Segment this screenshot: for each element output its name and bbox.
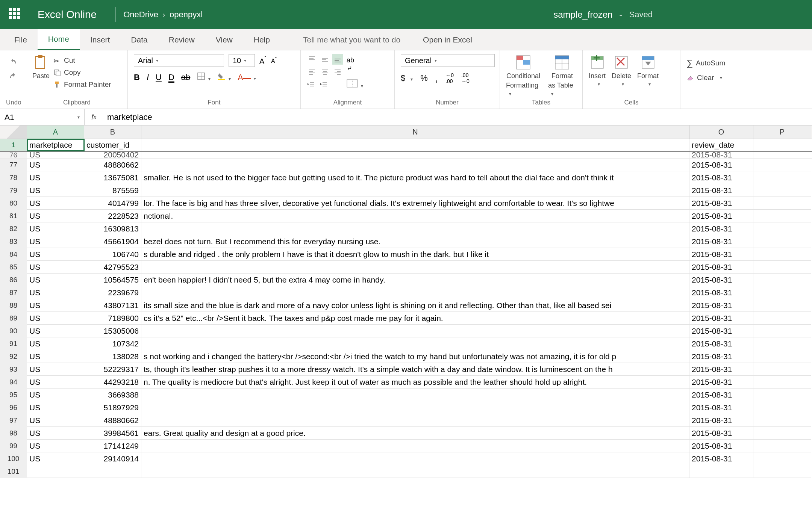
cell[interactable]: US: [27, 337, 84, 350]
cell[interactable]: [27, 465, 84, 478]
percent-button[interactable]: %: [420, 73, 428, 83]
cell[interactable]: [753, 414, 811, 427]
row-header[interactable]: 86: [0, 274, 27, 286]
cell[interactable]: 2239679: [84, 286, 141, 299]
breadcrumb-folder[interactable]: openpyxl: [170, 10, 203, 20]
cell[interactable]: US: [27, 440, 84, 452]
cell[interactable]: [753, 210, 811, 222]
autosum-button[interactable]: ∑AutoSum: [686, 58, 725, 68]
cell[interactable]: 2015-08-31: [689, 363, 753, 376]
cell[interactable]: 2015-08-31: [689, 325, 753, 337]
cell[interactable]: US: [27, 363, 84, 376]
row-header[interactable]: 101: [0, 465, 27, 478]
cut-button[interactable]: ✂Cut: [53, 56, 111, 65]
cell[interactable]: 45661904: [84, 235, 141, 248]
cell[interactable]: [141, 325, 689, 337]
cell[interactable]: 44293218: [84, 376, 141, 389]
cell[interactable]: [141, 286, 689, 299]
format-as-table-button[interactable]: Format as Table ▾: [548, 54, 576, 97]
row-header[interactable]: 82: [0, 222, 27, 235]
cell[interactable]: [753, 235, 811, 248]
cell[interactable]: 2015-08-31: [689, 152, 753, 158]
cell[interactable]: 2015-08-31: [689, 299, 753, 312]
comma-button[interactable]: ,: [435, 73, 438, 84]
fill-color-button[interactable]: ▾: [217, 72, 231, 83]
tab-file[interactable]: File: [4, 29, 38, 50]
row-header[interactable]: 77: [0, 159, 27, 171]
cell[interactable]: 43807131: [84, 299, 141, 312]
cell[interactable]: [689, 465, 753, 478]
cell[interactable]: 2015-08-31: [689, 235, 753, 248]
strikethrough-button[interactable]: ab: [181, 73, 190, 82]
col-header-P[interactable]: P: [753, 125, 811, 139]
row-header[interactable]: 92: [0, 350, 27, 363]
cell-P1[interactable]: [753, 139, 811, 151]
row-header[interactable]: 84: [0, 248, 27, 261]
cell[interactable]: US: [27, 248, 84, 261]
cell[interactable]: US: [27, 376, 84, 389]
cell[interactable]: 2015-08-31: [689, 184, 753, 197]
name-box[interactable]: A1▾: [0, 109, 85, 125]
cell[interactable]: 39984561: [84, 427, 141, 440]
align-right-icon[interactable]: [332, 67, 343, 77]
cell[interactable]: 2015-08-31: [689, 222, 753, 235]
cell[interactable]: [141, 389, 689, 401]
decrease-decimal-icon[interactable]: .00→0: [461, 72, 470, 84]
cell[interactable]: [753, 299, 811, 312]
format-painter-button[interactable]: Format Painter: [53, 80, 111, 89]
cell[interactable]: [753, 452, 811, 465]
decrease-font-icon[interactable]: Aˇ: [271, 56, 277, 65]
cell[interactable]: 2015-08-31: [689, 389, 753, 401]
delete-cells-button[interactable]: Delete▾: [612, 54, 631, 87]
cell[interactable]: 2015-08-31: [689, 376, 753, 389]
cell[interactable]: 15305006: [84, 325, 141, 337]
cell[interactable]: 16309813: [84, 222, 141, 235]
cell[interactable]: [141, 414, 689, 427]
app-launcher-icon[interactable]: [9, 8, 23, 21]
cell[interactable]: US: [27, 222, 84, 235]
formula-input[interactable]: marketplace: [103, 112, 812, 122]
cell[interactable]: [141, 440, 689, 452]
cell[interactable]: 29140914: [84, 452, 141, 465]
tab-data[interactable]: Data: [120, 29, 158, 50]
cell[interactable]: 2015-08-31: [689, 171, 753, 184]
row-header[interactable]: 97: [0, 414, 27, 427]
cell[interactable]: [141, 337, 689, 350]
cell[interactable]: US: [27, 197, 84, 210]
underline-button[interactable]: U: [156, 73, 162, 82]
row-header[interactable]: 79: [0, 184, 27, 197]
decrease-indent-icon[interactable]: [307, 81, 315, 90]
cell[interactable]: [753, 427, 811, 440]
row-header[interactable]: 89: [0, 312, 27, 325]
cell[interactable]: [753, 152, 811, 158]
row-header[interactable]: 88: [0, 299, 27, 312]
cell[interactable]: US: [27, 274, 84, 286]
align-middle-icon[interactable]: [320, 54, 330, 65]
cell[interactable]: US: [27, 184, 84, 197]
cell[interactable]: cs it's a 52" etc...<br />Sent it back. …: [141, 312, 689, 325]
cell[interactable]: US: [27, 152, 84, 158]
cell[interactable]: [141, 184, 689, 197]
cell[interactable]: n. The quality is mediocre but that's al…: [141, 376, 689, 389]
cell[interactable]: 4014799: [84, 197, 141, 210]
align-left-icon[interactable]: [307, 67, 317, 77]
cell-B1[interactable]: customer_id: [84, 139, 141, 151]
cell[interactable]: US: [27, 389, 84, 401]
cell[interactable]: bezel does not turn. But I recommend thi…: [141, 235, 689, 248]
cell[interactable]: 2015-08-31: [689, 197, 753, 210]
cell[interactable]: US: [27, 286, 84, 299]
cell[interactable]: [753, 389, 811, 401]
double-underline-button[interactable]: D: [168, 73, 174, 82]
cell[interactable]: US: [27, 350, 84, 363]
cell[interactable]: [753, 376, 811, 389]
row-header[interactable]: 91: [0, 337, 27, 350]
merge-button[interactable]: ▾: [347, 79, 363, 89]
row-header[interactable]: 95: [0, 389, 27, 401]
cell[interactable]: ts, though it's leather strap pushes it …: [141, 363, 689, 376]
tab-insert[interactable]: Insert: [80, 29, 121, 50]
wrap-text-button[interactable]: ab⤶: [347, 56, 363, 73]
row-header[interactable]: 94: [0, 376, 27, 389]
cell[interactable]: [141, 401, 689, 414]
row-header[interactable]: 85: [0, 261, 27, 274]
cell[interactable]: 2015-08-31: [689, 440, 753, 452]
